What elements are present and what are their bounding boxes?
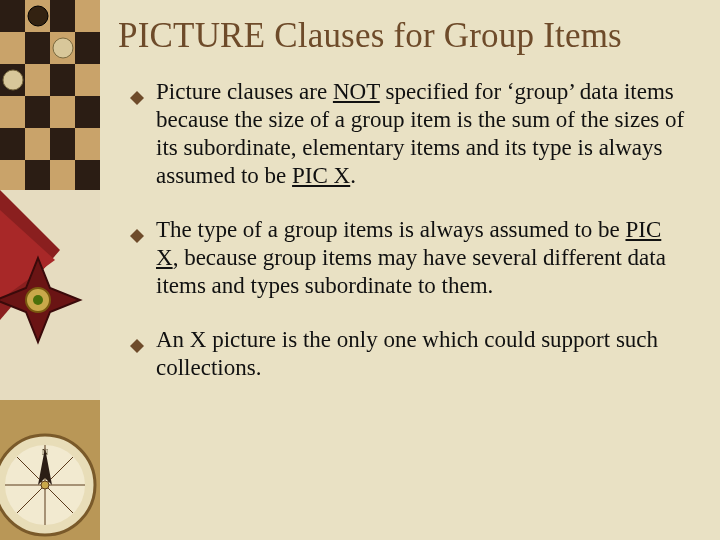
decorative-sidebar: N (0, 0, 100, 540)
svg-point-30 (41, 481, 49, 489)
bullet-item-3: An X picture is the only one which could… (130, 326, 688, 382)
svg-rect-9 (0, 128, 25, 160)
bullet-list: Picture clauses are NOT specified for ‘g… (118, 78, 696, 382)
svg-point-21 (33, 295, 43, 305)
svg-rect-2 (50, 0, 75, 32)
svg-point-14 (53, 38, 73, 58)
svg-rect-10 (50, 128, 75, 160)
svg-rect-11 (25, 160, 50, 190)
slide-title: PICTURE Clauses for Group Items (118, 16, 696, 56)
svg-marker-34 (130, 339, 144, 353)
slide: N PICTURE Clauses for Group Items Pictur… (0, 0, 720, 540)
text-fragment: , because group items may have several d… (156, 245, 666, 298)
svg-rect-12 (75, 160, 100, 190)
underlined-not: NOT (333, 79, 380, 104)
bullet-item-2: The type of a group items is always assu… (130, 216, 688, 300)
text-fragment: The type of a group items is always assu… (156, 217, 625, 242)
svg-rect-4 (75, 32, 100, 64)
svg-rect-3 (25, 32, 50, 64)
svg-point-15 (3, 70, 23, 90)
bullet-item-1: Picture clauses are NOT specified for ‘g… (130, 78, 688, 190)
svg-point-13 (28, 6, 48, 26)
text-fragment: Picture clauses are (156, 79, 333, 104)
bullet-text: The type of a group items is always assu… (156, 217, 666, 298)
bullet-text: Picture clauses are NOT specified for ‘g… (156, 79, 684, 188)
svg-rect-1 (0, 0, 25, 32)
bullet-text: An X picture is the only one which could… (156, 327, 658, 380)
diamond-icon (130, 84, 144, 98)
svg-rect-6 (50, 64, 75, 96)
svg-rect-7 (25, 96, 50, 128)
content-area: PICTURE Clauses for Group Items Picture … (100, 0, 720, 540)
svg-marker-32 (130, 91, 144, 105)
svg-text:N: N (42, 447, 49, 457)
svg-marker-33 (130, 229, 144, 243)
text-fragment: . (350, 163, 356, 188)
svg-rect-8 (75, 96, 100, 128)
underlined-picx: PIC X (292, 163, 350, 188)
diamond-icon (130, 332, 144, 346)
diamond-icon (130, 222, 144, 236)
sidebar-art: N (0, 0, 100, 540)
